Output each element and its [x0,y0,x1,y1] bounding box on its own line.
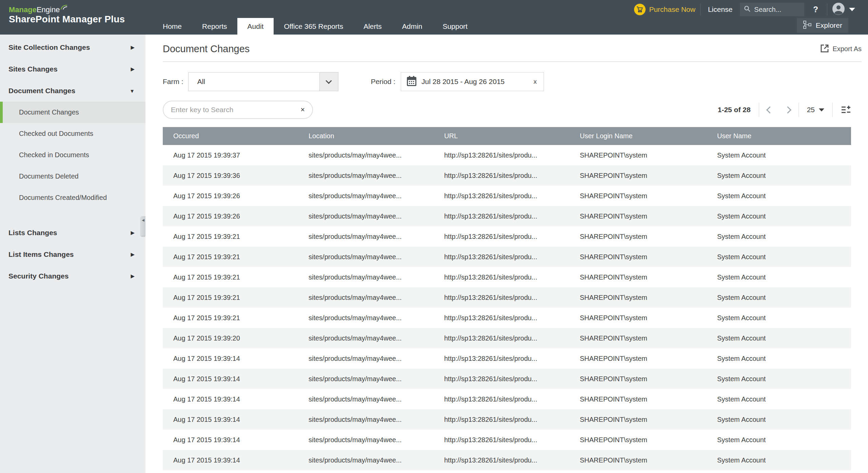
column-settings-icon [841,105,851,115]
nav-tab-label: Audit [248,22,264,30]
row-range: 1-25 of 28 [718,106,751,114]
sidebar-collapse-handle[interactable]: ◀ [141,216,145,236]
table-cell: System Account [707,416,851,424]
table-cell: Aug 17 2015 19:39:26 [163,212,298,220]
help-button[interactable]: ? [813,5,818,14]
column-settings-button[interactable] [841,105,851,115]
sidebar-group[interactable]: Lists Changes ▶ [0,222,145,244]
table-cell: sites/products/may/may4wee... [298,273,434,281]
table-cell: SHAREPOINT\system [570,151,707,159]
table-row: Aug 17 2015 19:39:20sites/products/may/m… [163,328,851,348]
period-clear-button[interactable]: x [532,78,538,85]
column-header[interactable]: Occured [163,132,298,140]
sidebar-item[interactable]: Documents Created/Modified [0,187,145,208]
table-cell: SHAREPOINT\system [570,355,707,363]
table-search-input[interactable] [171,106,300,114]
explorer-button[interactable]: Explorer [797,18,848,33]
table-cell: sites/products/may/may4wee... [298,294,434,302]
column-header[interactable]: User Login Name [570,132,707,140]
table-cell: Aug 17 2015 19:39:21 [163,294,298,302]
divider [827,3,827,16]
main-content: Document Changes Export As Farm : All Pe… [145,35,868,473]
table-cell: Aug 17 2015 19:39:14 [163,395,298,403]
table-cell: http://sp13:28261/sites/produ... [434,273,570,281]
farm-select[interactable]: All [188,72,338,91]
global-search-box[interactable]: Search... [740,3,804,16]
sidebar-group[interactable]: Document Changes ▼ [0,80,145,102]
divider [163,61,862,62]
nav-tab[interactable]: Alerts [353,18,392,35]
table-cell: Aug 17 2015 19:39:21 [163,273,298,281]
column-header[interactable]: Location [298,132,434,140]
table-cell: SHAREPOINT\system [570,294,707,302]
table-row: Aug 17 2015 19:39:21sites/products/may/m… [163,267,851,287]
page-title: Document Changes [163,43,250,55]
table-cell: http://sp13:28261/sites/produ... [434,375,570,383]
table-cell: Aug 17 2015 19:39:36 [163,172,298,180]
table-cell: Aug 17 2015 19:39:14 [163,375,298,383]
table-cell: http://sp13:28261/sites/produ... [434,395,570,403]
sidebar-group[interactable]: List Items Changes ▶ [0,244,145,265]
purchase-now-button[interactable]: Purchase Now [634,4,695,15]
prev-page-button[interactable] [766,106,773,113]
pagination: 1-25 of 28 25 [718,103,851,117]
chevron-icon: ▶ [131,230,135,236]
table-cell: sites/products/may/may4wee... [298,375,434,383]
chevron-icon: ▶ [131,251,135,258]
column-header[interactable]: URL [434,132,570,140]
sidebar-nav: Site Collection Changes ▶ Sites Changes … [0,37,145,287]
farm-select-value: All [189,78,319,86]
export-as-label: Export As [832,45,862,53]
next-page-button[interactable] [784,106,791,113]
table-cell: sites/products/may/may4wee... [298,212,434,220]
sidebar-group[interactable]: Site Collection Changes ▶ [0,37,145,58]
caret-down-icon [849,8,855,11]
nav-tab[interactable]: Support [432,18,478,35]
table-cell: System Account [707,395,851,403]
user-menu-button[interactable] [832,2,855,17]
sidebar-item[interactable]: Documents Deleted [0,166,145,187]
table-cell: SHAREPOINT\system [570,192,707,200]
sidebar-item-label: Documents Created/Modified [19,194,107,202]
table-cell: System Account [707,192,851,200]
divider [759,103,759,117]
table-cell: System Account [707,456,851,464]
table-cell: SHAREPOINT\system [570,172,707,180]
table-cell: sites/products/may/may4wee... [298,416,434,424]
table-cell: Aug 17 2015 19:39:37 [163,151,298,159]
license-button[interactable]: License [708,5,732,14]
table-cell: sites/products/may/may4wee... [298,151,434,159]
nav-tab[interactable]: Home [153,18,192,35]
column-header[interactable]: User Name [707,132,851,140]
sidebar-group[interactable]: Sites Changes ▶ [0,58,145,80]
nav-tab[interactable]: Reports [192,18,237,35]
sidebar-item[interactable]: Checked out Documents [0,123,145,144]
sidebar-item-label: Checked out Documents [19,130,93,138]
sidebar-item-label: Documents Deleted [19,172,79,180]
period-picker[interactable]: Jul 28 2015 - Aug 26 2015 x [401,72,544,91]
sidebar-item[interactable]: Document Changes [0,102,145,123]
table-cell: sites/products/may/may4wee... [298,436,434,444]
export-icon [820,44,829,54]
nav-tab-label: Reports [202,22,227,30]
sidebar-item[interactable]: Checked in Documents [0,144,145,166]
page-size-select[interactable]: 25 [807,106,824,114]
sidebar-group-label: Document Changes [8,87,75,95]
farm-label: Farm : [163,78,183,86]
sidebar-group[interactable]: Security Changes ▶ [0,265,145,287]
nav-tab[interactable]: Admin [392,18,433,35]
nav-tab[interactable]: Office 365 Reports [274,18,353,35]
nav-tab[interactable]: Audit [237,18,274,35]
table-row: Aug 17 2015 19:39:14sites/products/may/m… [163,430,851,450]
table-cell: http://sp13:28261/sites/produ... [434,456,570,464]
sidebar-group-label: Sites Changes [8,65,58,73]
table-cell: System Account [707,273,851,281]
search-clear-button[interactable]: × [300,105,305,114]
table-cell: SHAREPOINT\system [570,456,707,464]
export-as-button[interactable]: Export As [820,44,862,54]
table-cell: System Account [707,212,851,220]
chevron-icon: ▶ [131,273,135,279]
table-cell: Aug 17 2015 19:39:26 [163,192,298,200]
table-cell: Aug 17 2015 19:39:14 [163,355,298,363]
brand-logo: ManageEngine SharePoint Manager Plus [9,3,125,25]
